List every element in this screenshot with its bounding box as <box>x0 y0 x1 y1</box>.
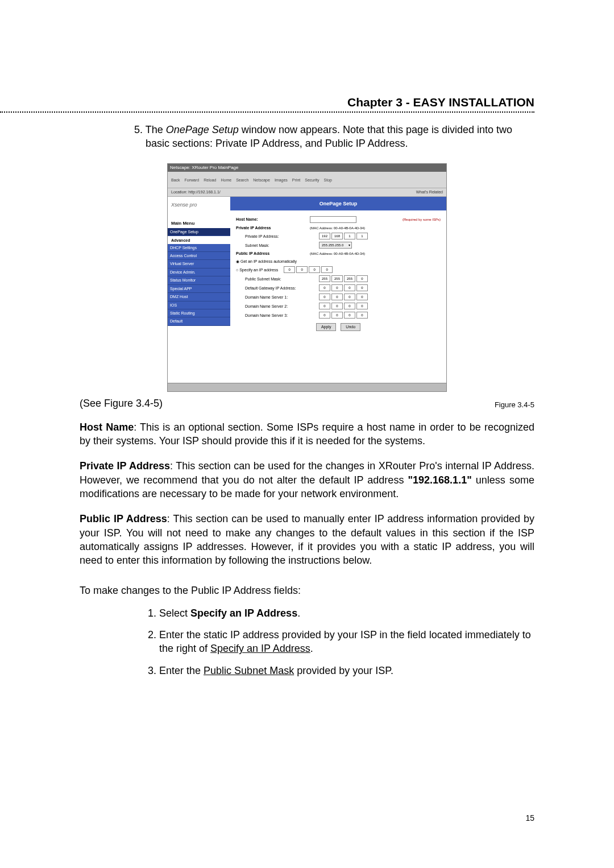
radio-auto-label: Get an IP address automatically <box>240 259 297 263</box>
toolbar-stop: Stop <box>324 177 332 183</box>
ip-octet: 0 <box>284 266 295 273</box>
ip-octet: 255 <box>331 275 343 282</box>
sidebar: Xsense pro Main Menu OnePage Setup Advan… <box>168 197 230 385</box>
list-item: 3. Enter the Public Subnet Mask provided… <box>148 664 534 677</box>
dns2-label: Domain Name Server 2: <box>236 304 319 309</box>
li-text-c: provided by your ISP. <box>294 665 393 676</box>
main-menu-label: Main Menu <box>168 218 230 228</box>
nav-default: Default <box>168 317 230 325</box>
subnet-mask-select: 255.255.255.0 <box>319 242 352 249</box>
chapter-title: Chapter 3 - EASY INSTALLATION <box>347 96 534 110</box>
page-body: Xsense pro Main Menu OnePage Setup Advan… <box>168 197 446 385</box>
public-ip-bold: Public IP Address <box>80 513 167 524</box>
ip-octet: 0 <box>319 303 330 309</box>
whats-related: What's Related <box>416 189 443 195</box>
ip-octet: 168 <box>331 233 343 239</box>
ip-octet: 0 <box>344 312 355 319</box>
dns2-value: 0 0 0 0 <box>319 303 368 309</box>
radio-specify-label: Specify an IP address <box>239 268 278 272</box>
host-name-note: (Required by some ISPs) <box>403 217 441 222</box>
ip-octet: 0 <box>319 294 330 300</box>
figure-label: Figure 3.4-5 <box>495 400 534 410</box>
ip-octet: 0 <box>321 266 333 273</box>
nav-status-monitor: Status Monitor <box>168 276 230 284</box>
public-ip-paragraph: Public IP Address: This section can be u… <box>80 512 534 567</box>
ip-octet: 255 <box>344 275 355 282</box>
li-num: 3. <box>148 665 156 676</box>
private-ip-bold: Private IP Address <box>80 460 170 472</box>
private-ip-label: Private IP Address: <box>236 234 319 239</box>
ordered-list: 1. Select Specify an IP Address. 2. Ente… <box>148 606 534 677</box>
li-text-c: . <box>310 643 313 654</box>
nav-static-routing: Static Routing <box>168 309 230 317</box>
figure: Netscape: XRouter Pro MainPage Back Forw… <box>80 163 534 392</box>
nav-access-control: Access Control <box>168 252 230 260</box>
apply-button: Apply <box>316 323 337 330</box>
toolbar-back: Back <box>171 177 180 183</box>
page-number: 15 <box>525 813 534 822</box>
screenshot: Netscape: XRouter Pro MainPage Back Forw… <box>167 163 447 392</box>
logo: Xsense pro <box>168 197 230 218</box>
private-mac: (MAC Address: 00-A0-4B-0A-4D-34) <box>310 226 365 230</box>
li-num: 1. <box>148 607 156 619</box>
undo-button: Undo <box>341 323 360 330</box>
private-ip-quote: "192.168.1.1" <box>408 474 472 486</box>
page: Chapter 3 - EASY INSTALLATION 5. The One… <box>0 0 614 868</box>
public-subnet-mask-label: Public Subnet Mask: <box>236 276 319 282</box>
ip-octet: 1 <box>344 233 355 239</box>
content: 5. The OnePage Setup window now appears.… <box>80 123 534 677</box>
nav: OnePage Setup Advanced DHCP Settings Acc… <box>168 228 230 326</box>
ip-octet: 0 <box>356 284 368 291</box>
ip-octet: 0 <box>331 312 343 319</box>
onepage-setup-title: OnePage Setup <box>230 197 446 210</box>
nav-special-app: Special APP <box>168 285 230 293</box>
specify-ip-value: 0 0 0 0 <box>284 266 333 273</box>
step-text-a: The <box>146 124 166 135</box>
nav-dhcp: DHCP Settings <box>168 244 230 252</box>
public-ip-header: Public IP Address <box>236 251 310 256</box>
see-figure: (See Figure 3.4-5) <box>80 396 163 410</box>
toolbar-netscape: Netscape <box>253 177 270 183</box>
toolbar-reload: Reload <box>204 177 216 183</box>
toolbar-images: Images <box>275 177 288 183</box>
ip-octet: 255 <box>319 275 330 282</box>
ip-octet: 0 <box>319 312 330 319</box>
nav-onepage-setup: OnePage Setup <box>168 228 230 236</box>
subnet-mask-label: Subnet Mask: <box>236 243 319 248</box>
ip-octet: 0 <box>356 294 368 300</box>
default-gateway-value: 0 0 0 0 <box>319 284 368 291</box>
li-text-a: Enter the <box>159 665 204 676</box>
toolbar-security: Security <box>305 177 319 183</box>
step-number: 5. <box>134 124 143 135</box>
dns3-label: Domain Name Server 3: <box>236 313 319 318</box>
li-underline: Public Subnet Mask <box>204 665 294 676</box>
host-name-label: Host Name: <box>236 217 310 222</box>
ip-octet: 0 <box>356 303 368 309</box>
nav-ios: IOS <box>168 301 230 309</box>
li-num: 2. <box>148 629 156 640</box>
li-bold: Specify an IP Address <box>190 607 297 619</box>
ip-octet: 0 <box>356 312 368 319</box>
toolbar-print: Print <box>292 177 300 183</box>
toolbar-forward: Forward <box>185 177 200 183</box>
private-ip-value: 192 168 1 1 <box>319 233 368 239</box>
ip-octet: 0 <box>356 275 368 282</box>
chapter-bar: Chapter 3 - EASY INSTALLATION <box>0 96 614 113</box>
li-underline: Specify an IP Address <box>210 643 310 654</box>
ip-octet: 0 <box>344 294 355 300</box>
location-bar: Location: http://192.168.1.1/ What's Rel… <box>168 188 446 196</box>
ip-octet: 192 <box>319 233 330 239</box>
hostname-paragraph: Host Name: This is an optional section. … <box>80 420 534 448</box>
form: Host Name: (Required by some ISPs) Priva… <box>230 210 446 334</box>
nav-virtual-server: Virtual Server <box>168 260 230 268</box>
radio-specify: ○ Specify an IP address <box>236 267 278 272</box>
subheading: To make changes to the Public IP Address… <box>80 584 534 597</box>
dns1-label: Domain Name Server 1: <box>236 295 319 300</box>
host-name-input <box>310 216 356 223</box>
li-text-c: . <box>297 607 300 619</box>
main-panel: OnePage Setup Host Name: (Required by so… <box>230 197 446 385</box>
ip-octet: 0 <box>331 284 343 291</box>
default-gateway-label: Default Gateway IP Address: <box>236 286 319 291</box>
ip-octet: 0 <box>296 266 308 273</box>
form-buttons: Apply Undo <box>236 323 441 330</box>
